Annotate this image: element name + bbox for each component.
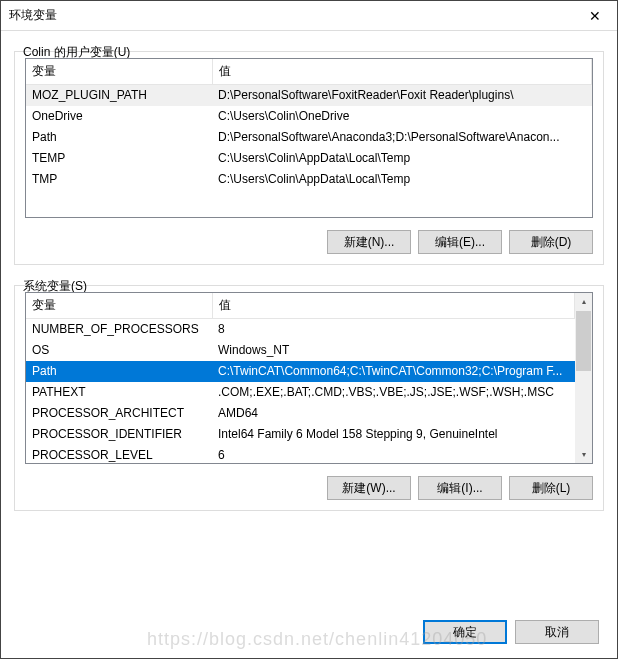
dialog-body: Colin 的用户变量(U) 变量 值 MOZ_PLUGIN_PATHD:\Pe…: [1, 31, 617, 610]
cell-value: C:\Users\Colin\OneDrive: [212, 106, 592, 127]
table-row[interactable]: PROCESSOR_IDENTIFIERIntel64 Family 6 Mod…: [26, 424, 575, 445]
cell-value: .COM;.EXE;.BAT;.CMD;.VBS;.VBE;.JS;.JSE;.…: [212, 382, 575, 403]
table-row[interactable]: OSWindows_NT: [26, 340, 575, 361]
titlebar: 环境变量 ✕: [1, 1, 617, 31]
cell-variable: Path: [26, 361, 212, 382]
table-row[interactable]: TEMPC:\Users\Colin\AppData\Local\Temp: [26, 148, 592, 169]
ok-button[interactable]: 确定: [423, 620, 507, 644]
cell-value: C:\Users\Colin\AppData\Local\Temp: [212, 148, 592, 169]
system-new-button[interactable]: 新建(W)...: [327, 476, 411, 500]
user-vars-table[interactable]: 变量 值 MOZ_PLUGIN_PATHD:\PersonalSoftware\…: [26, 59, 592, 190]
col-value[interactable]: 值: [212, 59, 592, 85]
table-row[interactable]: PATHEXT.COM;.EXE;.BAT;.CMD;.VBS;.VBE;.JS…: [26, 382, 575, 403]
user-vars-buttons: 新建(N)... 编辑(E)... 删除(D): [25, 230, 593, 254]
cell-variable: PATHEXT: [26, 382, 212, 403]
user-edit-button[interactable]: 编辑(E)...: [418, 230, 502, 254]
cell-value: D:\PersonalSoftware\Anaconda3;D:\Persona…: [212, 127, 592, 148]
cell-variable: Path: [26, 127, 212, 148]
system-vars-group: 系统变量(S) 变量 值 NUMBER_OF_PROCESSORS8OSWind…: [14, 285, 604, 511]
col-variable[interactable]: 变量: [26, 59, 212, 85]
cell-value: D:\PersonalSoftware\FoxitReader\Foxit Re…: [212, 85, 592, 106]
user-new-button[interactable]: 新建(N)...: [327, 230, 411, 254]
cell-variable: PROCESSOR_ARCHITECT: [26, 403, 212, 424]
user-vars-table-wrap: 变量 值 MOZ_PLUGIN_PATHD:\PersonalSoftware\…: [25, 58, 593, 218]
cell-variable: TMP: [26, 169, 212, 190]
scrollbar[interactable]: ▴ ▾: [575, 293, 592, 463]
close-button[interactable]: ✕: [572, 1, 617, 31]
spacer: [14, 265, 604, 277]
cancel-button[interactable]: 取消: [515, 620, 599, 644]
table-row[interactable]: PathD:\PersonalSoftware\Anaconda3;D:\Per…: [26, 127, 592, 148]
user-delete-button[interactable]: 删除(D): [509, 230, 593, 254]
system-edit-button[interactable]: 编辑(I)...: [418, 476, 502, 500]
cell-variable: PROCESSOR_IDENTIFIER: [26, 424, 212, 445]
dialog-buttons: https://blog.csdn.net/chenlin41204050 确定…: [1, 610, 617, 658]
cell-variable: NUMBER_OF_PROCESSORS: [26, 319, 212, 340]
table-row[interactable]: PROCESSOR_ARCHITECTAMD64: [26, 403, 575, 424]
scroll-up-icon[interactable]: ▴: [575, 293, 592, 310]
col-value[interactable]: 值: [212, 293, 575, 319]
table-row[interactable]: MOZ_PLUGIN_PATHD:\PersonalSoftware\Foxit…: [26, 85, 592, 106]
cell-variable: PROCESSOR_LEVEL: [26, 445, 212, 465]
cell-variable: OneDrive: [26, 106, 212, 127]
close-icon: ✕: [589, 8, 601, 24]
table-row[interactable]: NUMBER_OF_PROCESSORS8: [26, 319, 575, 340]
system-vars-table[interactable]: 变量 值 NUMBER_OF_PROCESSORS8OSWindows_NTPa…: [26, 293, 575, 464]
scroll-thumb[interactable]: [576, 311, 591, 371]
table-row[interactable]: OneDriveC:\Users\Colin\OneDrive: [26, 106, 592, 127]
cell-value: 6: [212, 445, 575, 465]
system-vars-buttons: 新建(W)... 编辑(I)... 删除(L): [25, 476, 593, 500]
cell-value: Windows_NT: [212, 340, 575, 361]
table-row[interactable]: PathC:\TwinCAT\Common64;C:\TwinCAT\Commo…: [26, 361, 575, 382]
cell-variable: MOZ_PLUGIN_PATH: [26, 85, 212, 106]
cell-variable: OS: [26, 340, 212, 361]
table-header-row: 变量 值: [26, 293, 575, 319]
cell-value: C:\TwinCAT\Common64;C:\TwinCAT\Common32;…: [212, 361, 575, 382]
table-header-row: 变量 值: [26, 59, 592, 85]
window-title: 环境变量: [9, 7, 572, 24]
col-variable[interactable]: 变量: [26, 293, 212, 319]
user-vars-group: Colin 的用户变量(U) 变量 值 MOZ_PLUGIN_PATHD:\Pe…: [14, 51, 604, 265]
cell-value: C:\Users\Colin\AppData\Local\Temp: [212, 169, 592, 190]
cell-value: Intel64 Family 6 Model 158 Stepping 9, G…: [212, 424, 575, 445]
system-delete-button[interactable]: 删除(L): [509, 476, 593, 500]
system-vars-table-wrap: 变量 值 NUMBER_OF_PROCESSORS8OSWindows_NTPa…: [25, 292, 593, 464]
scroll-down-icon[interactable]: ▾: [575, 446, 592, 463]
cell-value: 8: [212, 319, 575, 340]
env-vars-dialog: 环境变量 ✕ Colin 的用户变量(U) 变量 值 MOZ_PLUGIN_PA…: [0, 0, 618, 659]
cell-variable: TEMP: [26, 148, 212, 169]
table-row[interactable]: PROCESSOR_LEVEL6: [26, 445, 575, 465]
table-row[interactable]: TMPC:\Users\Colin\AppData\Local\Temp: [26, 169, 592, 190]
cell-value: AMD64: [212, 403, 575, 424]
